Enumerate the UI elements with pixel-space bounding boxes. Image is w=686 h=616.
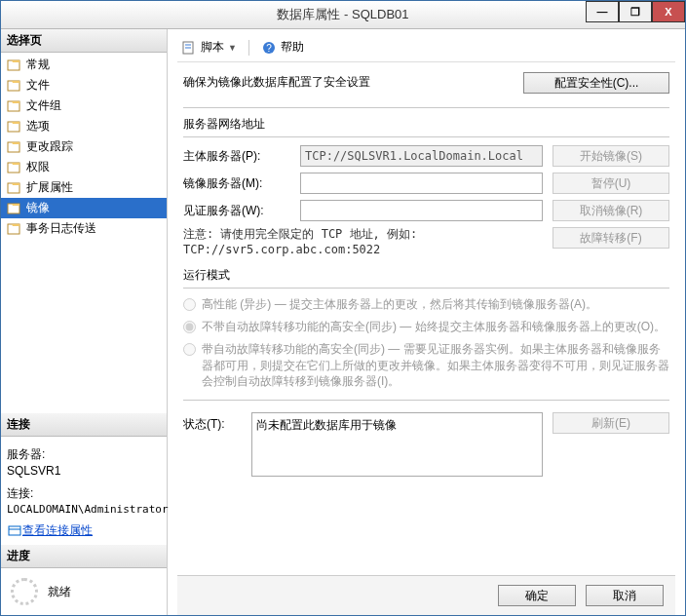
dialog-footer: 确定 取消: [177, 575, 675, 615]
failover-button: 故障转移(F): [553, 227, 669, 249]
close-button[interactable]: X: [652, 1, 685, 22]
divider-2: [183, 136, 669, 137]
page-item-label: 常规: [26, 57, 50, 73]
page-item-1[interactable]: 文件: [1, 75, 167, 96]
page-item-4[interactable]: 更改跟踪: [1, 136, 167, 157]
help-label: 帮助: [281, 39, 304, 56]
page-icon: [7, 79, 22, 93]
cancel-button[interactable]: 取消: [586, 585, 664, 606]
mirror-input[interactable]: [300, 173, 543, 194]
toolbar-separator: [248, 40, 249, 56]
page-item-8[interactable]: 事务日志传送: [1, 218, 167, 239]
principal-label: 主体服务器(P):: [183, 148, 300, 165]
remove-mirroring-button: 取消镜像(R): [553, 200, 669, 221]
progress-body: 就绪: [1, 568, 167, 615]
connection-header: 连接: [1, 413, 167, 437]
connection-value: LOCALDOMAIN\Administrator: [7, 502, 161, 517]
mirror-label: 镜像服务器(M):: [183, 175, 300, 192]
page-item-label: 权限: [26, 159, 50, 175]
mirror-row: 镜像服务器(M): 暂停(U): [183, 173, 669, 194]
mode-high-safety-no-failover-row: 不带自动故障转移功能的高安全(同步) — 始终提交主体服务器和镜像服务器上的更改…: [183, 319, 669, 335]
divider-3: [183, 288, 669, 289]
page-icon: [7, 120, 22, 134]
dialog-window: 数据库属性 - SQLDB01 — ❐ X 选择页 常规文件文件组选项更改跟踪权…: [0, 0, 686, 616]
witness-input[interactable]: [300, 200, 543, 221]
page-icon: [7, 99, 22, 113]
select-pages-section: 选择页 常规文件文件组选项更改跟踪权限扩展属性镜像事务日志传送: [1, 29, 167, 241]
witness-row: 见证服务器(W): 取消镜像(R): [183, 200, 669, 221]
page-item-label: 文件: [26, 77, 50, 94]
help-button[interactable]: ? 帮助: [257, 37, 308, 58]
progress-section: 进度 就绪: [1, 545, 167, 615]
script-dropdown-icon: ▼: [228, 43, 237, 53]
status-row: 状态(T): 尚未配置此数据库用于镜像 刷新(E): [183, 412, 669, 477]
script-label: 脚本: [201, 39, 224, 56]
mode-high-safety-auto-failover-label: 带自动故障转移功能的高安全(同步) — 需要见证服务器实例。如果主体服务器和镜像…: [202, 341, 669, 390]
select-pages-header: 选择页: [1, 29, 167, 53]
help-icon: ?: [261, 40, 277, 56]
progress-spinner-icon: [11, 578, 38, 605]
witness-label: 见证服务器(W):: [183, 203, 300, 219]
intro-row: 确保为镜像此数据库配置了安全设置 配置安全性(C)...: [183, 72, 669, 94]
mode-high-safety-auto-failover-radio: [183, 343, 196, 356]
status-box: 尚未配置此数据库用于镜像: [251, 412, 543, 477]
note-row: 注意: 请使用完全限定的 TCP 地址, 例如: TCP://svr5.corp…: [183, 227, 669, 257]
page-item-label: 事务日志传送: [26, 220, 96, 237]
server-value: SQLSVR1: [7, 463, 161, 480]
page-item-label: 更改跟踪: [26, 138, 73, 155]
mode-high-safety-no-failover-label: 不带自动故障转移功能的高安全(同步) — 始终提交主体服务器和镜像服务器上的更改…: [202, 319, 669, 335]
principal-input[interactable]: [300, 145, 543, 167]
divider-4: [183, 400, 669, 401]
mode-high-performance-label: 高性能 (异步) — 提交主体服务器上的更改，然后将其传输到镜像服务器(A)。: [202, 296, 669, 313]
principal-row: 主体服务器(P): 开始镜像(S): [183, 145, 669, 167]
start-mirroring-button: 开始镜像(S): [553, 145, 669, 167]
page-item-5[interactable]: 权限: [1, 157, 167, 177]
mode-high-safety-auto-failover-row: 带自动故障转移功能的高安全(同步) — 需要见证服务器实例。如果主体服务器和镜像…: [183, 341, 669, 390]
configure-security-button[interactable]: 配置安全性(C)...: [523, 72, 669, 94]
page-item-label: 选项: [26, 118, 50, 135]
minimize-button[interactable]: —: [586, 1, 619, 22]
view-connection-properties-link[interactable]: 查看连接属性: [7, 522, 161, 539]
page-item-0[interactable]: 常规: [1, 55, 167, 75]
page-item-7[interactable]: 镜像: [1, 198, 167, 218]
status-label: 状态(T):: [183, 412, 251, 433]
connection-label: 连接:: [7, 485, 161, 502]
page-icon: [7, 58, 22, 72]
window-controls: — ❐ X: [586, 1, 685, 22]
page-icon: [7, 202, 22, 215]
network-addresses-title: 服务器网络地址: [183, 116, 669, 133]
maximize-button[interactable]: ❐: [619, 1, 652, 22]
note-text: 注意: 请使用完全限定的 TCP 地址, 例如: TCP://svr5.corp…: [183, 227, 543, 257]
run-mode-title: 运行模式: [183, 267, 669, 284]
pause-button: 暂停(U): [553, 173, 669, 194]
connection-section: 连接 服务器: SQLSVR1 连接: LOCALDOMAIN\Administ…: [1, 413, 167, 545]
right-column: 脚本 ▼ ? 帮助 确保为镜像此数据库配置了安全设置 配置安全性(C)...: [168, 29, 685, 615]
divider-1: [183, 107, 669, 108]
page-item-3[interactable]: 选项: [1, 116, 167, 136]
page-icon: [7, 222, 22, 236]
script-icon: [181, 40, 197, 56]
script-button[interactable]: 脚本 ▼: [177, 37, 241, 58]
server-label: 服务器:: [7, 446, 161, 463]
dialog-body: 选择页 常规文件文件组选项更改跟踪权限扩展属性镜像事务日志传送 连接 服务器: …: [1, 29, 685, 615]
titlebar: 数据库属性 - SQLDB01 — ❐ X: [1, 1, 685, 29]
progress-header: 进度: [1, 545, 167, 568]
content-area: 确保为镜像此数据库配置了安全设置 配置安全性(C)... 服务器网络地址 主体服…: [177, 72, 675, 575]
page-list: 常规文件文件组选项更改跟踪权限扩展属性镜像事务日志传送: [1, 53, 167, 241]
page-item-6[interactable]: 扩展属性: [1, 177, 167, 198]
ok-button[interactable]: 确定: [498, 585, 576, 606]
page-item-label: 扩展属性: [26, 179, 73, 196]
mode-high-safety-no-failover-radio: [183, 321, 196, 333]
page-icon: [7, 181, 22, 195]
mode-high-performance-radio: [183, 298, 196, 311]
page-icon: [7, 140, 22, 154]
connection-properties-icon: [7, 523, 22, 539]
svg-text:?: ?: [266, 43, 272, 54]
page-icon: [7, 161, 22, 174]
svg-rect-18: [9, 526, 20, 535]
page-item-2[interactable]: 文件组: [1, 96, 167, 116]
window-title: 数据库属性 - SQLDB01: [1, 6, 685, 23]
mode-high-performance-row: 高性能 (异步) — 提交主体服务器上的更改，然后将其传输到镜像服务器(A)。: [183, 296, 669, 313]
view-connection-properties-label: 查看连接属性: [22, 522, 93, 539]
connection-body: 服务器: SQLSVR1 连接: LOCALDOMAIN\Administrat…: [1, 437, 167, 545]
